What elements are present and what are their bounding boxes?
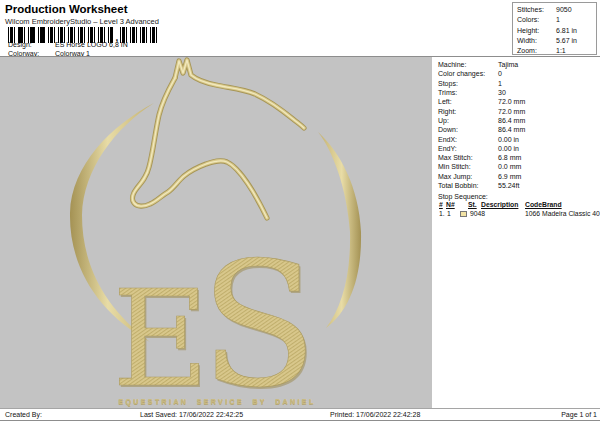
stop-sequence-header: # N# St. Description Code Brand xyxy=(438,201,600,210)
summary-row: Colors:1 xyxy=(513,15,596,25)
info-row: EndX:0.00 in xyxy=(438,135,600,144)
info-row: Color changes:0 xyxy=(438,69,600,78)
col-number: # xyxy=(439,201,443,208)
info-row: Left:72.0 mm xyxy=(438,97,600,106)
summary-row: Width:5.67 in xyxy=(513,36,596,46)
letter-e: E xyxy=(112,262,209,408)
stop-sequence-section: Stop Sequence: # N# St. Description Code… xyxy=(432,192,600,219)
machine-info-list: Machine:Tajima Color changes:0 Stops:1 T… xyxy=(432,57,600,190)
stop-sequence-title: Stop Sequence: xyxy=(438,192,600,201)
info-row: Max Jump:6.9 mm xyxy=(438,172,600,181)
horse-logo-graphic: E S E S xyxy=(0,57,432,408)
app-subtitle: Wilcom EmbroideryStudio – Level 3 Advanc… xyxy=(5,17,159,26)
last-saved: Last Saved: 17/06/2022 22:42:25 xyxy=(140,411,243,418)
stitched-tagline: EQUESTRIAN SERVICE BY DANIEL xyxy=(107,398,327,405)
info-row: Right:72.0 mm xyxy=(438,107,600,116)
info-row: Down:86.4 mm xyxy=(438,125,600,134)
row-code: 1066 xyxy=(525,210,540,217)
page-title: Production Worksheet xyxy=(5,3,127,15)
design-value: ES Horse LOGO 6,8 IN xyxy=(55,41,128,48)
row-number: 1. xyxy=(439,210,445,217)
footer-divider-top xyxy=(0,408,600,409)
page-indicator: Page 1 of 1 xyxy=(561,411,597,418)
summary-row: Zoom:1:1 xyxy=(513,46,596,56)
thread-swatch xyxy=(460,211,467,217)
letter-s: S xyxy=(200,225,318,408)
footer-divider-bottom xyxy=(0,420,600,421)
es-monogram: E S E S xyxy=(112,225,319,408)
embroidery-preview: E S E S EQUESTRIAN SERVICE BY DANIEL xyxy=(0,57,432,408)
row-brand: Madeira Classic 40 xyxy=(542,210,600,217)
created-by: Created By: xyxy=(5,411,42,418)
col-code: Code xyxy=(525,201,542,208)
info-row: Up:86.4 mm xyxy=(438,116,600,125)
info-row: EndY:0.00 in xyxy=(438,144,600,153)
info-row: Max Stitch:6.8 mm xyxy=(438,153,600,162)
info-row: Total Bobbin:55.24ft xyxy=(438,181,600,190)
info-row: Machine:Tajima xyxy=(438,60,600,69)
design-name-row: Design:ES Horse LOGO 6,8 IN xyxy=(8,41,128,48)
ring-right-crescent xyxy=(318,132,361,328)
info-row: Min Stitch:0.0 mm xyxy=(438,162,600,171)
design-label: Design: xyxy=(8,41,55,48)
machine-info-panel: Machine:Tajima Color changes:0 Stops:1 T… xyxy=(432,57,600,408)
production-worksheet-page: Production Worksheet Wilcom EmbroiderySt… xyxy=(0,0,600,424)
col-description: Description xyxy=(481,201,518,208)
design-summary-box: Stitches:9050 Colors:1 Height:6.81 in Wi… xyxy=(512,2,597,55)
row-stitch-count: 9048 xyxy=(470,210,485,217)
col-needle: N# xyxy=(446,201,455,208)
row-needle: 1 xyxy=(447,210,451,217)
summary-row: Height:6.81 in xyxy=(513,26,596,36)
info-row: Trims:30 xyxy=(438,88,600,97)
col-stitches: St. xyxy=(468,201,477,208)
printed-timestamp: Printed: 17/06/2022 22:42:28 xyxy=(330,411,420,418)
summary-row: Stitches:9050 xyxy=(513,5,596,15)
col-brand: Brand xyxy=(542,201,562,208)
info-row: Stops:1 xyxy=(438,79,600,88)
stop-sequence-row: 1. 1 9048 1066 Madeira Classic 40 xyxy=(438,210,600,219)
horse-head-outline xyxy=(133,60,304,218)
